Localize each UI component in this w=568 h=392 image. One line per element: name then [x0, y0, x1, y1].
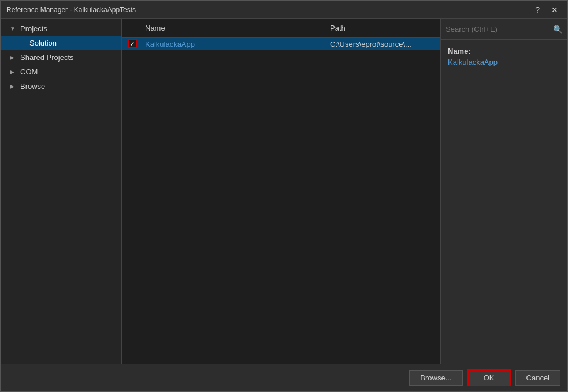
table-row[interactable]: ✓ KalkulackaApp C:\Users\eprot\source\..…	[122, 38, 440, 50]
main-area: Name Path ✓ KalkulackaApp C:\Users\eprot…	[122, 19, 440, 364]
title-bar: Reference Manager - KalkulackaAppTests ?…	[1, 1, 567, 19]
content-area: ▼ Projects Solution ▶ Shared Projects ▶ …	[1, 19, 567, 364]
browse-button[interactable]: Browse...	[409, 370, 462, 386]
search-input[interactable]	[446, 25, 551, 33]
info-name-label: Name:	[448, 47, 560, 55]
sidebar-item-shared-projects-label: Shared Projects	[20, 53, 74, 62]
ok-button[interactable]: OK	[467, 369, 511, 386]
sidebar: ▼ Projects Solution ▶ Shared Projects ▶ …	[1, 19, 122, 364]
header-checkbox-col	[122, 21, 143, 35]
search-bar: 🔍	[441, 19, 567, 40]
row-checkbox-cell[interactable]: ✓	[122, 39, 143, 48]
sidebar-item-shared-projects[interactable]: ▶ Shared Projects	[1, 50, 121, 65]
window-title: Reference Manager - KalkulackaAppTests	[6, 6, 136, 14]
right-panel: 🔍 Name: KalkulackaApp	[440, 19, 567, 364]
table-body: ✓ KalkulackaApp C:\Users\eprot\source\..…	[122, 38, 440, 364]
sidebar-item-browse[interactable]: ▶ Browse	[1, 79, 121, 94]
title-bar-controls: ? ✕	[532, 5, 562, 15]
chevron-right-icon-com: ▶	[10, 69, 18, 75]
sidebar-item-com[interactable]: ▶ COM	[1, 65, 121, 79]
chevron-right-icon-browse: ▶	[10, 83, 18, 89]
sidebar-item-browse-label: Browse	[20, 82, 45, 91]
search-icon: 🔍	[553, 25, 563, 34]
reference-manager-window: Reference Manager - KalkulackaAppTests ?…	[0, 0, 568, 392]
sidebar-item-com-label: COM	[20, 68, 38, 76]
help-button[interactable]: ?	[532, 5, 543, 15]
sidebar-item-solution[interactable]: Solution	[1, 36, 121, 50]
info-name-value: KalkulackaApp	[448, 58, 560, 66]
close-button[interactable]: ✕	[548, 5, 562, 15]
sidebar-item-projects[interactable]: ▼ Projects	[1, 21, 121, 36]
row-name-cell: KalkulackaApp	[143, 40, 328, 48]
checkmark-icon: ✓	[129, 40, 135, 47]
table-header: Name Path	[122, 19, 440, 38]
row-path-cell: C:\Users\eprot\source\...	[328, 40, 440, 48]
sidebar-item-projects-label: Projects	[20, 24, 47, 33]
checkbox[interactable]: ✓	[128, 39, 137, 48]
cancel-button[interactable]: Cancel	[515, 370, 560, 386]
chevron-right-icon: ▶	[10, 54, 18, 61]
info-panel: Name: KalkulackaApp	[441, 40, 567, 73]
bottom-bar: Browse... OK Cancel	[1, 364, 567, 391]
header-name-col: Name	[143, 21, 328, 35]
sidebar-item-solution-label: Solution	[29, 39, 57, 47]
header-path-col: Path	[328, 21, 440, 35]
chevron-down-icon: ▼	[10, 25, 18, 32]
